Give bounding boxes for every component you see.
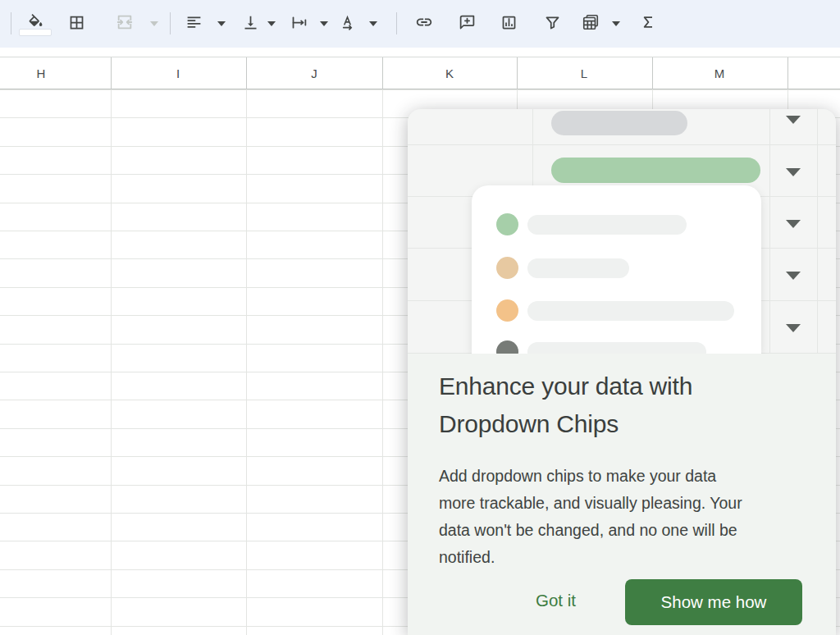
- toolbar: [0, 0, 840, 48]
- text-wrapping-button[interactable]: [285, 6, 312, 42]
- column-header-m[interactable]: M: [714, 66, 725, 80]
- option-bar: [527, 342, 706, 354]
- illustration-green-chip: [551, 158, 760, 183]
- grid-column-line: [111, 89, 112, 635]
- option-dot-darkgray: [496, 340, 518, 354]
- table-dropdown-icon[interactable]: [611, 21, 621, 27]
- illustration-grid-line: [769, 109, 770, 354]
- got-it-button[interactable]: Got it: [523, 582, 589, 619]
- column-divider[interactable]: [517, 57, 518, 89]
- dropdown-arrow-icon: [786, 272, 801, 280]
- merge-cells-button[interactable]: [112, 6, 138, 42]
- option-bar: [527, 301, 734, 321]
- text-wrapping-dropdown-icon[interactable]: [319, 21, 329, 27]
- toolbar-separator: [11, 12, 11, 34]
- illustration-gray-chip: [551, 111, 687, 135]
- promo-body-line: Add dropdown chips to make your data: [439, 463, 811, 490]
- toolbar-separator: [170, 12, 171, 34]
- column-header-k[interactable]: K: [445, 66, 454, 80]
- option-bar: [527, 258, 629, 278]
- promo-illustration: [408, 109, 836, 354]
- option-dot-tan: [496, 257, 518, 279]
- option-dot-green: [496, 213, 518, 235]
- illustration-grid-line: [817, 109, 818, 354]
- create-filter-button[interactable]: [539, 6, 565, 42]
- grid-column-line: [246, 89, 247, 635]
- column-header-j[interactable]: J: [311, 66, 317, 80]
- column-header-i[interactable]: I: [176, 66, 180, 80]
- fill-color-button[interactable]: [22, 6, 48, 42]
- column-divider[interactable]: [111, 57, 112, 89]
- text-rotation-button[interactable]: [334, 6, 360, 42]
- show-me-how-button[interactable]: Show me how: [625, 579, 802, 625]
- column-divider[interactable]: [788, 57, 788, 89]
- borders-button[interactable]: [63, 6, 89, 42]
- promo-body-line: notified.: [439, 544, 811, 571]
- sigma-icon: [640, 14, 656, 34]
- merge-cells-icon: [116, 13, 134, 34]
- vertical-align-button[interactable]: [237, 6, 263, 42]
- promo-heading-line1: Enhance your data with: [439, 368, 811, 405]
- text-rotation-dropdown-icon[interactable]: [368, 21, 378, 27]
- dropdown-chips-promo-dialog: Enhance your data with Dropdown Chips Ad…: [408, 109, 836, 635]
- functions-button[interactable]: [635, 6, 661, 42]
- text-wrap-icon: [290, 14, 308, 34]
- link-icon: [415, 13, 433, 34]
- column-header-row: H I J K L M: [0, 57, 840, 89]
- chart-icon: [500, 14, 518, 34]
- column-divider[interactable]: [382, 57, 383, 89]
- text-rotation-icon: [339, 14, 356, 34]
- option-dot-orange: [496, 299, 518, 322]
- merge-cells-dropdown-icon[interactable]: [149, 21, 159, 27]
- column-header-l[interactable]: L: [581, 66, 587, 80]
- table-icon: [582, 13, 600, 34]
- borders-icon: [68, 14, 85, 34]
- promo-body-line: data won't be changed, and no one will b…: [439, 517, 811, 544]
- toolbar-sheet-gap: [0, 48, 840, 57]
- horizontal-align-button[interactable]: [180, 6, 207, 42]
- vertical-align-bottom-icon: [242, 14, 259, 34]
- promo-body-line: more trackable, and visually pleasing. Y…: [439, 490, 811, 517]
- dropdown-arrow-icon: [786, 116, 801, 124]
- column-divider[interactable]: [246, 57, 247, 89]
- promo-heading-line2: Dropdown Chips: [439, 405, 811, 443]
- insert-comment-button[interactable]: [454, 6, 480, 42]
- illustration-dropdown-menu: [472, 185, 761, 354]
- toolbar-separator: [396, 12, 397, 34]
- vertical-align-dropdown-icon[interactable]: [267, 21, 276, 27]
- comment-add-icon: [459, 14, 476, 34]
- table-button[interactable]: [578, 6, 604, 42]
- option-bar: [527, 215, 687, 235]
- filter-icon: [544, 14, 561, 34]
- align-left-icon: [185, 14, 203, 34]
- promo-body: Add dropdown chips to make your data mor…: [439, 463, 811, 571]
- dropdown-arrow-icon: [786, 168, 801, 176]
- fill-color-swatch: [19, 29, 52, 36]
- column-divider[interactable]: [652, 57, 653, 89]
- horizontal-align-dropdown-icon[interactable]: [217, 21, 226, 27]
- insert-chart-button[interactable]: [495, 6, 522, 42]
- insert-link-button[interactable]: [411, 6, 437, 42]
- dropdown-arrow-icon: [786, 324, 801, 332]
- google-sheets-window: H I J K L M: [0, 0, 840, 635]
- dropdown-arrow-icon: [786, 220, 801, 228]
- column-header-h[interactable]: H: [37, 66, 46, 80]
- grid-column-line: [382, 89, 383, 635]
